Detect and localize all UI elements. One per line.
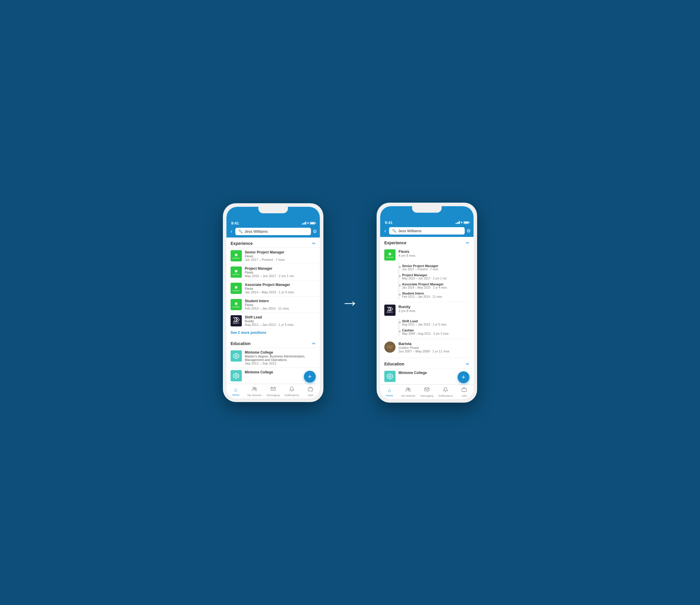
svg-point-11 — [408, 388, 410, 390]
fab-right[interactable]: + — [457, 371, 470, 383]
jobs-icon-left — [308, 386, 313, 393]
search-bar-right[interactable]: 🔍 Jess Williams — [389, 227, 465, 235]
notch-left — [258, 207, 288, 213]
settings-button-right[interactable]: ⚙ — [467, 228, 471, 234]
settings-button-left[interactable]: ⚙ — [313, 229, 317, 234]
exp-company-1: Flexis — [245, 254, 316, 258]
nav-jobs-right[interactable]: Jobs — [455, 385, 474, 399]
flexis-role-2[interactable]: Project Manager May 2015 – Jun 2017 · 2 … — [402, 272, 470, 281]
runity-company-header[interactable]: RUNITY Runity 3 yrs 8 mos — [384, 305, 470, 316]
golden-duration: Jun 2007 – May 2009 · 1 yr 11 mos — [399, 349, 470, 353]
svg-rect-7 — [308, 388, 313, 391]
flexis-role-3[interactable]: Associate Project Manager Jan 2014 – May… — [402, 281, 470, 290]
flexis-role-1[interactable]: Senior Project Manager Jun 2017 – Presen… — [402, 263, 470, 272]
golden-logo-grouped: GOLDENPHASE — [384, 342, 396, 353]
nav-notifications-left[interactable]: Notifications — [282, 384, 301, 398]
scene: 9:41 ▾ ‹ 🔍 Jess Williams ⚙ — [223, 203, 477, 403]
nav-messaging-right[interactable]: Messaging — [418, 385, 436, 399]
runity-logo-grouped: RUNITY — [384, 305, 396, 316]
nav-home-left[interactable]: ⌂ Home — [226, 384, 245, 398]
exp-date-1: Jun 2017 – Present · 7 mos — [245, 258, 316, 261]
education-edit-left[interactable]: ✏ — [312, 341, 316, 346]
notifications-icon-left — [289, 386, 295, 393]
flexis-role-4[interactable]: Student Intern Feb 2013 – Jan 2014 · 11 … — [402, 290, 470, 299]
fab-left[interactable]: + — [304, 371, 316, 383]
messaging-label-right: Messaging — [420, 394, 433, 397]
flexis-name: Flexis — [399, 249, 470, 254]
mintome-logo-right — [384, 371, 396, 382]
jobs-label-left: Jobs — [308, 394, 314, 397]
notifications-label-right: Notifications — [439, 394, 453, 397]
runity-icon-grouped — [387, 307, 393, 311]
nav-network-right[interactable]: My Network — [399, 385, 418, 399]
search-text-right: Jess Williams — [398, 229, 422, 233]
search-icon-right: 🔍 — [392, 229, 396, 233]
exp-item-5[interactable]: RUNITY Shift Lead Runity Aug 2011 – Jan … — [226, 313, 320, 329]
nav-network-left[interactable]: My Network — [245, 384, 264, 398]
network-label-right: My Network — [401, 394, 415, 397]
back-button-left[interactable]: ‹ — [229, 228, 233, 235]
signal-icon-left — [302, 221, 306, 225]
exp-date-4: Feb 2013 – Jan 2014 · 11 mos — [245, 307, 316, 310]
search-text-left: Jess Williams — [245, 229, 268, 234]
exp-item-3[interactable]: ✱ FLEXIS Associate Project Manager Flexi… — [226, 280, 320, 296]
exp-details-5: Shift Lead Runity Aug 2011 – Jan 2013 · … — [245, 315, 316, 326]
header-right: ‹ 🔍 Jess Williams ⚙ — [380, 226, 474, 237]
nav-home-right[interactable]: ⌂ Home — [380, 385, 399, 399]
flexis-logo-grouped: ✱ FLEXIS — [384, 249, 396, 261]
exp-item-2[interactable]: ✱ FLEXIS Project Manager Flexis May 2015… — [226, 264, 320, 280]
wifi-icon-right: ▾ — [461, 221, 462, 225]
notch-right — [412, 206, 442, 213]
company-group-flexis: ✱ FLEXIS Flexis 4 yrs 8 mos Senior Proje… — [380, 247, 474, 302]
edu-item-1[interactable]: Mintome College Master's degree, Busines… — [226, 348, 320, 367]
search-bar-left[interactable]: 🔍 Jess Williams — [235, 228, 311, 235]
exp-details-2: Project Manager Flexis May 2015 – Jun 20… — [245, 266, 316, 278]
header-left: ‹ 🔍 Jess Williams ⚙ — [226, 226, 320, 238]
status-icons-right: ▾ — [455, 221, 469, 225]
see-more-link[interactable]: See 2 more positions — [226, 329, 320, 338]
runity-roles: Shift Lead Aug 2011 – Jan 2013 · 1 yr 5 … — [399, 318, 470, 337]
home-icon-right: ⌂ — [388, 387, 391, 394]
exp-details-3: Associate Project Manager Flexis Jan 201… — [245, 283, 316, 294]
exp-item-1[interactable]: ✱ FLEXIS Senior Project Manager Flexis J… — [226, 247, 320, 264]
exp-date-3: Jan 2014 – May 2015 · 1 yr 4 mos — [245, 290, 316, 294]
experience-edit-right[interactable]: ✏ — [466, 240, 470, 245]
mintome-logo-1 — [230, 350, 242, 362]
network-icon-left — [252, 386, 257, 393]
flexis-roles: Senior Project Manager Jun 2017 – Presen… — [399, 263, 470, 299]
golden-company-header[interactable]: GOLDENPHASE Barista Golden Phase Jun 200… — [384, 342, 470, 353]
runity-info: Runity 3 yrs 8 mos — [399, 305, 470, 313]
nav-notifications-right[interactable]: Notifications — [436, 385, 455, 399]
nav-messaging-left[interactable]: Messaging — [264, 384, 282, 398]
runity-role-1[interactable]: Shift Lead Aug 2011 – Jan 2013 · 1 yr 5 … — [402, 318, 470, 327]
golden-name: Barista — [399, 342, 470, 346]
experience-edit-left[interactable]: ✏ — [312, 241, 316, 246]
experience-header-right: Experience ✏ — [380, 237, 474, 247]
runity-role-2[interactable]: Cashier May 2009 – Aug 2011 · 2 yrs 3 mo… — [402, 327, 470, 337]
battery-icon-right — [464, 221, 469, 224]
flexis-logo-4: ✱ FLEXIS — [230, 299, 242, 310]
company-group-golden: GOLDENPHASE Barista Golden Phase Jun 200… — [380, 339, 474, 358]
signal-icon-right — [455, 221, 460, 224]
runity-name: Runity — [399, 305, 470, 309]
exp-details-4: Student Intern Flexis Feb 2013 – Jan 201… — [245, 299, 316, 310]
edu-school-1: Mintome College — [245, 350, 316, 354]
status-time-left: 9:41 — [231, 221, 239, 226]
svg-marker-1 — [235, 354, 238, 358]
status-icons-left: ▾ — [302, 221, 315, 225]
flexis-company-header[interactable]: ✱ FLEXIS Flexis 4 yrs 8 mos — [384, 249, 470, 261]
exp-title-5: Shift Lead — [245, 315, 316, 319]
flexis-info: Flexis 4 yrs 8 mos — [399, 249, 470, 257]
exp-item-4[interactable]: ✱ FLEXIS Student Intern Flexis Feb 2013 … — [226, 296, 320, 313]
notifications-icon-right — [443, 387, 448, 394]
golden-company: Golden Phase — [399, 346, 470, 349]
battery-icon-left — [310, 222, 315, 225]
experience-header-left: Experience ✏ — [226, 238, 320, 247]
network-label-left: My Network — [247, 394, 261, 397]
nav-jobs-left[interactable]: Jobs — [301, 384, 320, 398]
exp-company-4: Flexis — [245, 303, 316, 307]
education-edit-right[interactable]: ✏ — [466, 362, 470, 366]
back-button-right[interactable]: ‹ — [383, 227, 387, 235]
runity-logo-5: RUNITY — [230, 315, 242, 326]
exp-date-5: Aug 2011 – Jan 2013 · 1 yr 5 mos — [245, 323, 316, 326]
